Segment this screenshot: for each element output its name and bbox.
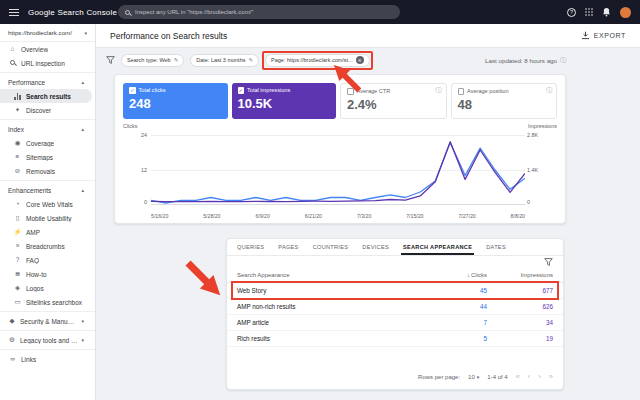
edit-pencil-icon[interactable]: ✎ — [248, 57, 253, 63]
metric-card-average-position[interactable]: Average position 48 ⓘ — [451, 83, 558, 119]
avatar[interactable] — [620, 7, 631, 18]
download-icon — [581, 31, 590, 40]
gear-icon: ⚙ — [8, 337, 16, 344]
table-filter-row — [227, 256, 563, 268]
dimension-tabs: QUERIES PAGES COUNTRIES DEVICES SEARCH A… — [227, 239, 563, 256]
notifications-bell-icon[interactable] — [602, 7, 611, 17]
checkbox-unchecked-icon[interactable] — [458, 88, 465, 95]
edit-pencil-icon[interactable]: ✎ — [174, 57, 179, 63]
amp-lightning-icon: ⚡ — [13, 229, 22, 236]
col-header-clicks[interactable]: ↓Clicks — [429, 272, 487, 278]
sort-desc-icon: ↓ — [467, 272, 470, 278]
sidebar-item-url-inspection[interactable]: URL inspection — [0, 56, 92, 70]
sidebar-item-search-results[interactable]: Search results — [0, 89, 92, 103]
annotation-arrow-web-story-row — [177, 252, 234, 309]
tab-queries[interactable]: QUERIES — [230, 239, 271, 255]
metric-value: 10.5K — [238, 96, 331, 111]
left-tick: 0 — [123, 199, 147, 205]
metric-cards: ✓Total clicks 248 ✓Total impressions 10.… — [123, 83, 557, 119]
export-button[interactable]: EXPORT — [581, 31, 626, 40]
filter-funnel-icon[interactable] — [106, 56, 115, 64]
pagination-next-icon[interactable]: › — [538, 372, 541, 381]
sidebar-item-mobile-usability[interactable]: ▯ Mobile Usability — [0, 211, 92, 225]
breadcrumbs-icon: » — [13, 243, 22, 250]
tab-search-appearance[interactable]: SEARCH APPEARANCE — [396, 239, 479, 255]
info-icon: ⓘ — [436, 86, 442, 95]
home-icon: ⌂ — [8, 46, 17, 53]
checkbox-checked-icon[interactable]: ✓ — [129, 87, 136, 94]
sidebar-item-sitelinks-searchbox[interactable]: ▭ Sitelinks searchbox — [0, 295, 92, 309]
pagination-prev-icon[interactable]: ‹ — [528, 372, 531, 381]
filter-bar: Search type: Web ✎ Date: Last 3 months ✎… — [106, 52, 566, 68]
sidebar-item-amp[interactable]: ⚡ AMP — [0, 225, 92, 239]
sidebar-item-faq[interactable]: ? FAQ — [0, 253, 92, 267]
sidebar-item-logos[interactable]: ◈ Logos — [0, 281, 92, 295]
bar-chart-icon — [13, 93, 22, 100]
metric-card-total-clicks[interactable]: ✓Total clicks 248 — [123, 83, 228, 119]
apps-grid-icon[interactable] — [585, 8, 593, 16]
col-header-impressions[interactable]: Impressions — [487, 272, 553, 278]
right-tick: 1.4K — [527, 167, 557, 173]
sidebar-group-legacy-tools[interactable]: ⚙ Legacy tools and reports ▾ — [0, 333, 92, 347]
help-icon[interactable]: ? — [567, 8, 576, 17]
sidebar-item-removals[interactable]: ⊘ Removals — [0, 164, 92, 178]
checkbox-checked-icon[interactable]: ✓ — [238, 87, 245, 94]
metric-card-average-ctr[interactable]: Average CTR 2.4% ⓘ — [340, 83, 447, 119]
tab-countries[interactable]: COUNTRIES — [306, 239, 356, 255]
table-row-rich-results[interactable]: Rich results 5 19 — [227, 331, 563, 347]
pagination-first-icon[interactable]: « — [516, 372, 520, 381]
left-axis-label: Clicks — [123, 123, 137, 129]
sidebar-group-index[interactable]: Index ▴ — [0, 122, 92, 136]
filter-chip-date[interactable]: Date: Last 3 months ✎ — [190, 54, 259, 67]
sidebar-item-links[interactable]: ∞ Links — [0, 352, 92, 366]
table-row-web-story[interactable]: Web Story 45 677 — [227, 283, 563, 299]
rows-per-page-label: Rows per page: — [418, 374, 460, 380]
table-row-amp-non-rich[interactable]: AMP non-rich results 44 626 — [227, 299, 563, 315]
tab-dates[interactable]: DATES — [479, 239, 513, 255]
filter-chip-page[interactable]: Page: https://brodieclark.com/st... ✕ — [265, 54, 370, 67]
sidebar-item-discover[interactable]: ✦ Discover — [0, 103, 92, 117]
chart-plot-area — [151, 135, 525, 205]
col-header-name[interactable]: Search Appearance — [237, 272, 429, 278]
rows-per-page-select[interactable]: 10 ▾ — [468, 374, 479, 380]
metric-card-total-impressions[interactable]: ✓Total impressions 10.5K — [232, 83, 337, 119]
url-inspect-searchbar[interactable] — [118, 5, 400, 19]
question-icon: ? — [13, 257, 22, 264]
right-axis-label: Impressions — [528, 123, 557, 129]
left-tick: 24 — [123, 132, 147, 138]
filter-chip-search-type[interactable]: Search type: Web ✎ — [121, 54, 184, 67]
pagination-last-icon[interactable]: » — [549, 372, 553, 381]
hamburger-menu-icon[interactable] — [9, 9, 19, 16]
sidebar-item-sitemaps[interactable]: ≡ Sitemaps — [0, 150, 92, 164]
chart-series-svg — [151, 135, 525, 205]
sidebar-item-breadcrumbs[interactable]: » Breadcrumbs — [0, 239, 92, 253]
close-icon[interactable]: ✕ — [356, 56, 364, 64]
coverage-icon: ◉ — [13, 140, 22, 147]
tab-devices[interactable]: DEVICES — [355, 239, 396, 255]
checkbox-unchecked-icon[interactable] — [347, 88, 354, 95]
performance-line-chart: Clicks Impressions 24 12 0 2.8K 1.4K 0 5… — [123, 123, 557, 219]
app-title: Google Search Console — [28, 8, 117, 17]
sidebar-group-enhancements[interactable]: Enhancements ▴ — [0, 183, 92, 197]
sitemaps-icon: ≡ — [13, 154, 22, 161]
sidebar-item-coverage[interactable]: ◉ Coverage — [0, 136, 92, 150]
filter-funnel-icon[interactable] — [544, 258, 553, 266]
chevron-up-icon: ▴ — [81, 126, 84, 132]
removals-icon: ⊘ — [13, 168, 22, 175]
table-row-amp-article[interactable]: AMP article 7 34 — [227, 315, 563, 331]
info-icon: ⓘ — [560, 56, 566, 65]
search-input[interactable] — [135, 9, 393, 15]
dimension-table-panel: QUERIES PAGES COUNTRIES DEVICES SEARCH A… — [226, 238, 564, 390]
sidebar-item-overview[interactable]: ⌂ Overview — [0, 42, 92, 56]
sidebar-item-core-web-vitals[interactable]: ◔ Core Web Vitals — [0, 197, 92, 211]
searchbox-icon: ▭ — [13, 299, 22, 306]
tab-pages[interactable]: PAGES — [271, 239, 305, 255]
property-selector[interactable]: https://brodieclark.com/ ▾ — [0, 24, 95, 42]
info-icon: ⓘ — [546, 86, 552, 95]
link-icon: ∞ — [8, 356, 17, 363]
sidebar-group-security-manual-actions[interactable]: ◆ Security & Manual Actions ▾ — [0, 314, 92, 328]
sidebar-item-how-to[interactable]: ≣ How-to — [0, 267, 92, 281]
magnifier-icon — [8, 60, 17, 67]
sidebar-group-performance[interactable]: Performance ▴ — [0, 75, 92, 89]
page-title: Performance on Search results — [110, 31, 227, 41]
